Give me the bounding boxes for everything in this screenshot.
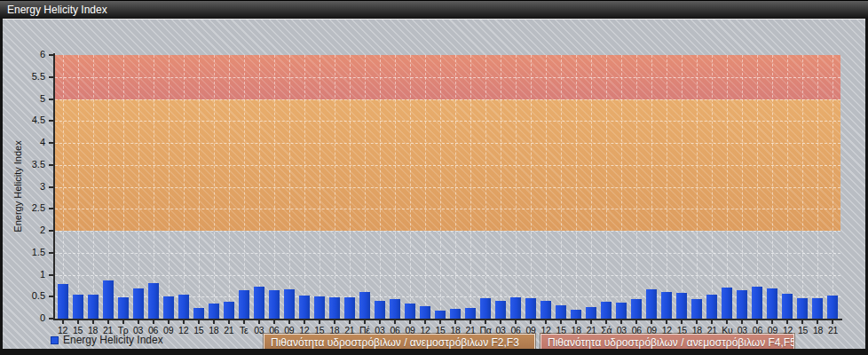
horizontal-gridline xyxy=(55,121,840,122)
x-tick xyxy=(258,320,260,324)
ehi-bar xyxy=(541,301,551,319)
x-tick xyxy=(273,320,275,324)
ehi-bar xyxy=(601,302,612,319)
x-tick xyxy=(319,320,320,324)
ehi-bar xyxy=(616,303,627,319)
y-tick-label: 4 xyxy=(15,137,45,147)
chart-legend: Energy Helicity Index xyxy=(51,333,163,347)
x-tick xyxy=(801,320,803,324)
x-tick xyxy=(409,320,411,324)
y-tick-label: 5 xyxy=(15,93,45,104)
ehi-bar xyxy=(450,309,461,319)
window-border-bottom xyxy=(0,349,868,355)
ehi-bar xyxy=(163,296,174,319)
y-tick-label: 2 xyxy=(15,225,45,235)
ehi-bar xyxy=(676,293,687,319)
y-tick xyxy=(49,120,53,122)
ehi-bar xyxy=(722,288,732,319)
x-tick xyxy=(304,320,305,324)
x-tick xyxy=(530,320,532,324)
x-tick xyxy=(349,320,351,324)
horizontal-gridline xyxy=(55,275,840,276)
ehi-bar xyxy=(812,298,823,319)
ehi-bar xyxy=(299,296,310,319)
x-tick xyxy=(771,320,773,324)
x-tick xyxy=(666,320,667,324)
ehi-bar xyxy=(103,280,114,319)
horizontal-gridline xyxy=(55,143,840,144)
x-tick xyxy=(228,320,230,324)
ehi-bar xyxy=(133,288,144,319)
horizontal-gridline xyxy=(55,253,840,254)
x-tick xyxy=(138,320,139,324)
ehi-bar xyxy=(737,290,747,319)
ehi-bar xyxy=(148,283,159,319)
horizontal-gridline xyxy=(55,231,840,232)
y-tick-label: 3.5 xyxy=(15,159,45,170)
y-tick-label: 5.5 xyxy=(15,71,45,82)
x-tick xyxy=(726,320,728,324)
ehi-bar xyxy=(209,304,219,319)
y-tick xyxy=(49,274,53,276)
x-tick xyxy=(651,320,652,324)
y-tick-label: 6 xyxy=(15,49,45,59)
window-border-left xyxy=(0,19,3,355)
ehi-bar xyxy=(706,295,717,319)
y-tick xyxy=(49,296,53,297)
x-tick xyxy=(560,320,562,324)
horizontal-gridline xyxy=(55,99,840,100)
ehi-bar xyxy=(782,294,793,319)
x-tick xyxy=(92,320,94,324)
x-tick xyxy=(620,320,622,324)
ehi-bar xyxy=(344,297,355,319)
x-tick xyxy=(213,320,215,324)
y-tick-label: 2.5 xyxy=(15,202,45,213)
ehi-bar xyxy=(465,308,476,319)
x-tick xyxy=(77,320,79,324)
x-tick xyxy=(153,320,154,324)
x-tick xyxy=(364,320,366,324)
ehi-bar xyxy=(495,301,506,319)
ehi-bar xyxy=(586,307,596,319)
ehi-bar-chart: Energy Helicity Index 00.511.522.533.544… xyxy=(3,20,865,350)
ehi-bar xyxy=(827,296,838,319)
ehi-bar xyxy=(269,290,280,319)
horizontal-gridline xyxy=(55,209,840,209)
x-tick xyxy=(243,320,245,324)
x-tick-label: 21 xyxy=(823,325,842,335)
x-tick xyxy=(817,320,818,324)
y-tick xyxy=(49,164,53,166)
ehi-bar xyxy=(118,297,129,319)
y-tick-label: 3 xyxy=(15,181,45,192)
ehi-bar xyxy=(510,297,521,319)
x-tick xyxy=(485,320,486,324)
series-legend-label: Energy Helicity Index xyxy=(63,334,163,346)
ehi-bar xyxy=(797,298,808,319)
y-tick-label: 4.5 xyxy=(15,114,45,125)
x-tick xyxy=(575,320,577,324)
ehi-bar xyxy=(390,299,400,319)
ehi-bar xyxy=(752,287,762,319)
x-tick xyxy=(681,320,683,324)
x-tick xyxy=(545,320,547,324)
meteogram-window: Energy Helicity Index Energy Helicity In… xyxy=(0,0,868,355)
ehi-bar xyxy=(435,311,446,319)
y-tick xyxy=(49,54,53,56)
window-titlebar: Energy Helicity Index xyxy=(0,0,868,19)
x-tick xyxy=(515,320,517,324)
x-tick xyxy=(832,320,833,324)
y-tick-label: 1 xyxy=(15,269,45,280)
x-tick xyxy=(470,320,471,324)
x-tick xyxy=(183,320,185,324)
ehi-bar xyxy=(329,297,340,319)
y-tick xyxy=(49,230,53,232)
y-axis-line xyxy=(53,53,55,320)
ehi-bar xyxy=(646,289,657,319)
chart-page: Energy Helicity Index 00.511.522.533.544… xyxy=(3,19,865,349)
y-tick xyxy=(49,99,53,100)
x-tick xyxy=(334,320,335,324)
ehi-bar xyxy=(58,284,68,319)
x-tick xyxy=(107,320,109,324)
window-title: Energy Helicity Index xyxy=(7,4,107,16)
x-tick xyxy=(379,320,381,324)
